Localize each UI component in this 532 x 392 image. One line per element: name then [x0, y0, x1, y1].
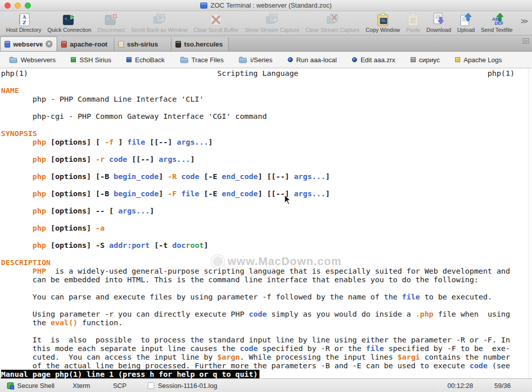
terminal-line: It is also possible to process the stand…	[1, 335, 528, 344]
terminal-line: Using parameter -r you can directly exec…	[1, 310, 528, 318]
ball-icon	[288, 57, 293, 62]
terminal-line	[1, 215, 528, 224]
quickbar-button[interactable]: Webservers	[9, 56, 56, 64]
terminal-line: the eval() function.	[1, 318, 528, 327]
quickbar-button-label: EchoBack	[135, 56, 165, 64]
tab-ssh-sirius[interactable]: ssh-sirius	[114, 37, 171, 51]
transfer-protocol-status[interactable]: SCP	[113, 382, 126, 389]
traffic-lights	[5, 3, 31, 9]
tab-webserver[interactable]: webserver ×	[0, 36, 57, 51]
app-icon	[200, 3, 207, 9]
quickbar-button-label: Webservers	[21, 56, 56, 64]
zoom-window-button[interactable]	[25, 3, 31, 9]
terminal-line	[1, 77, 528, 86]
svg-text:s_: s_	[107, 17, 111, 21]
quick-connection-icon: s_	[63, 13, 76, 26]
terminal-line: php(1) Scripting Language php(1)	[1, 69, 528, 77]
send-textfile-button[interactable]: ABC DEF Send Textfile	[478, 12, 516, 33]
session-type-icon	[5, 41, 10, 48]
tab-apache-root[interactable]: apache-root	[57, 37, 114, 51]
connection-status[interactable]: Secure Shell	[7, 382, 55, 389]
terminal-line: this mode each separate input line cause…	[1, 344, 528, 353]
terminal-line	[1, 146, 528, 155]
host-directory-button[interactable]: A Z ... Host Directory	[3, 12, 45, 33]
session-tab-bar: webserver × apache-root ssh-sirius tso.h…	[0, 35, 532, 52]
paste-icon	[407, 13, 420, 26]
upload-button[interactable]: Upload	[454, 12, 478, 33]
terminal-scrollbar[interactable]	[528, 68, 532, 378]
zoc-terminal-window: ZOC Terminal : webserver (Standard.zoc) …	[0, 0, 532, 392]
terminal-output: php(1) Scripting Language php(1)NAME php…	[0, 68, 528, 378]
log-checkbox[interactable]	[148, 382, 154, 389]
copy-window-button[interactable]: Copy Window	[363, 12, 403, 33]
session-log-toggle[interactable]: Session-1116-01.log	[148, 382, 217, 389]
folder-icon	[180, 57, 188, 63]
session-type-icon	[118, 41, 124, 48]
quickbar-button[interactable]: Trace Files	[180, 56, 224, 64]
emulation-status[interactable]: Xterm	[73, 382, 91, 389]
quickbar-button-label: сириус	[419, 56, 440, 64]
quickbar-button-label: Trace Files	[192, 56, 224, 64]
square-icon	[455, 57, 460, 62]
clear-scroll-buffer-button[interactable]: Clear Scroll Buffer	[191, 12, 242, 33]
minimize-window-button[interactable]	[15, 3, 21, 9]
quickbar-button[interactable]: сириус	[411, 56, 440, 64]
disconnect-button[interactable]: s_ Disconnect	[95, 12, 128, 33]
window-list-icon[interactable]	[523, 38, 529, 43]
session-type-icon	[175, 41, 181, 48]
terminal-line: of the actual line being processed. Furt…	[1, 361, 528, 370]
quickbar-button[interactable]: Run aaa-local	[288, 56, 337, 64]
terminal-line: php [options] -a	[1, 224, 528, 232]
send-textfile-icon: ABC DEF	[490, 13, 503, 26]
show-stream-capture-icon	[265, 13, 279, 26]
quickbar-button[interactable]: Edit aaa.zrx	[352, 56, 395, 64]
toolbar-overflow-chevron[interactable]: >>	[518, 12, 530, 30]
scroll-back-as-window-button[interactable]: Scroll Back as Window	[128, 12, 191, 33]
terminal-line: php [options] -r code [[--] args...]	[1, 155, 528, 163]
download-button[interactable]: Download	[423, 12, 454, 33]
svg-text:DEF: DEF	[495, 21, 503, 26]
square-icon	[126, 57, 131, 62]
svg-text:s_: s_	[65, 17, 69, 21]
terminal-line: php [options] [ -f ] file [[--] args...]	[1, 138, 528, 146]
show-stream-capture-button[interactable]: Show Stream Capture	[242, 12, 302, 33]
terminal-line: php [options] -- [ args...]	[1, 206, 528, 215]
terminal-line: php [options] [-B begin_code] -R code [-…	[1, 172, 528, 181]
quickbar-button[interactable]: Apache Logs	[455, 56, 502, 64]
close-window-button[interactable]	[5, 3, 11, 9]
scroll-back-window-icon	[153, 13, 166, 26]
terminal-line	[1, 284, 528, 292]
terminal-area[interactable]: php(1) Scripting Language php(1)NAME php…	[0, 68, 532, 378]
paste-button[interactable]: Paste	[403, 12, 423, 33]
terminal-line	[1, 232, 528, 241]
square-icon	[411, 57, 416, 62]
cursor-position: 59/36	[494, 382, 511, 389]
terminal-line	[1, 249, 528, 258]
quickbar-button[interactable]: i/Series	[239, 56, 272, 64]
terminal-line	[1, 181, 528, 189]
tab-close-icon[interactable]: ×	[46, 40, 53, 48]
quickbar-button-label: i/Series	[250, 56, 272, 64]
window-title: ZOC Terminal : webserver (Standard.zoc)	[210, 2, 332, 9]
session-type-icon	[61, 41, 67, 48]
svg-text:...: ...	[23, 18, 25, 21]
upload-icon	[459, 13, 472, 26]
pager-status-line: Manual page php(1) line 1 (press h for h…	[1, 370, 528, 378]
terminal-line: You can parse and execute files by using…	[1, 292, 528, 301]
quickbar-button-label: Apache Logs	[464, 56, 502, 64]
quickbar-button[interactable]: EchoBack	[126, 56, 165, 64]
terminal-line: php [options] -S addr:port [-t docroot]	[1, 241, 528, 249]
terminal-line: cuted. You can access the input line by …	[1, 353, 528, 361]
tab-tso-hercules[interactable]: tso.hercules	[171, 37, 229, 51]
terminal-line	[1, 163, 528, 172]
terminal-line: php - PHP Command Line Interface 'CLI'	[1, 95, 528, 103]
quickbar-button[interactable]: SSH Sirius	[71, 56, 111, 64]
terminal-line	[1, 301, 528, 310]
quick-access-bar: WebserversSSH SiriusEchoBack Trace Files…	[0, 52, 532, 68]
quick-connection-button[interactable]: s_ Quick Connection	[45, 12, 95, 33]
terminal-line: SYNOPSIS	[1, 129, 528, 138]
copy-window-icon	[376, 13, 389, 26]
terminal-line	[1, 103, 528, 112]
clear-stream-capture-button[interactable]: Clear Stream Capture	[302, 12, 363, 33]
disconnect-icon: s_	[105, 13, 118, 26]
